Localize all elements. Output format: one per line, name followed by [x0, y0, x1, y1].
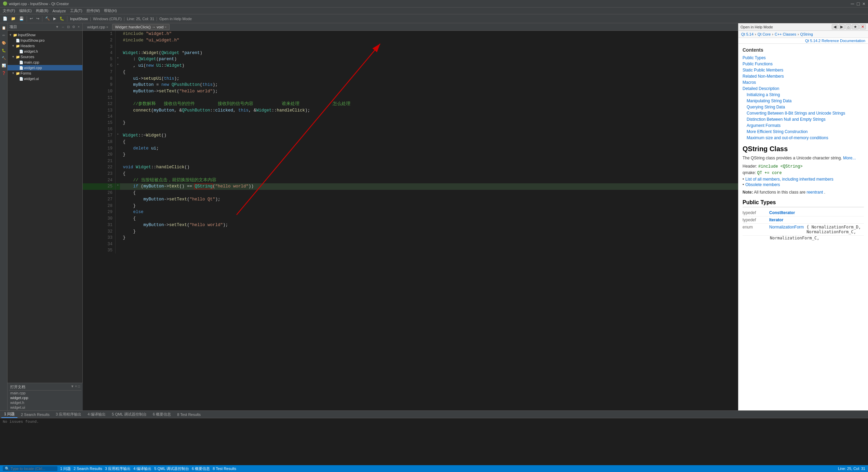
docs-home-btn[interactable]: ⌂: [845, 24, 851, 29]
toolbar-run[interactable]: ▶: [52, 16, 57, 22]
ref-doc-link[interactable]: Qt 5.14.2 Reference Documentation: [805, 39, 865, 43]
open-file-widget-ui[interactable]: widget.ui: [9, 405, 81, 410]
sidebar-edit-icon[interactable]: ✏: [1, 32, 7, 38]
toc-macros[interactable]: Macros: [743, 79, 864, 86]
toolbar-new[interactable]: 📄: [1, 16, 9, 22]
line-content-33: }: [120, 235, 738, 241]
toolbar-debug[interactable]: 🐛: [58, 16, 66, 22]
tree-item-inputshow[interactable]: ▼ 📁 InputShow: [8, 32, 82, 38]
fold-32: [115, 228, 120, 235]
breadcrumb-cpp-classes[interactable]: C++ Classes: [775, 32, 796, 36]
menu-file[interactable]: 文件(F): [3, 8, 15, 13]
toc-distinction[interactable]: Distinction Between Null and Empty Strin…: [743, 116, 864, 122]
docs-bookmark-btn[interactable]: ★: [852, 24, 859, 29]
breadcrumb-qtcore[interactable]: Qt Core: [758, 32, 771, 36]
docs-more-link[interactable]: More...: [843, 156, 856, 160]
bottom-tab-compile[interactable]: 4 编译输出: [85, 411, 108, 418]
locate-input[interactable]: [3, 466, 57, 471]
menu-controls[interactable]: 控件(W): [86, 8, 100, 13]
close-button[interactable]: ×: [863, 1, 865, 6]
bottom-tab-qml[interactable]: 5 QML 调试器控制台: [109, 411, 149, 418]
typename-iterator[interactable]: Iterator: [769, 218, 783, 222]
project-selector[interactable]: InputShow: [69, 17, 89, 21]
code-container[interactable]: 1 #include "widget.h" 2 #include "ui_wid…: [83, 31, 738, 410]
line-num-23: 23: [83, 171, 115, 177]
open-help-mode[interactable]: Open in Help Mode: [158, 17, 193, 21]
bottom-tab-search[interactable]: 2 Search Results: [18, 412, 52, 417]
open-file-widget-cpp[interactable]: widget.cpp: [9, 395, 81, 400]
reentrant-link[interactable]: reentrant: [806, 190, 823, 195]
line-content-16: [120, 126, 738, 132]
editor-area[interactable]: widget.cpp × Widget::handleClick() → voi…: [83, 23, 738, 410]
code-table: 1 #include "widget.h" 2 #include "ui_wid…: [83, 31, 738, 253]
fold-24: [115, 177, 120, 184]
line-num-15: 15: [83, 120, 115, 126]
tab-handle-click[interactable]: Widget::handleClick() → void ×: [112, 24, 170, 30]
toc-converting[interactable]: Converting Between 8-Bit Strings and Uni…: [743, 110, 864, 116]
all-members-link[interactable]: List of all members, including inherited…: [745, 177, 833, 182]
tree-item-widget-h[interactable]: 📄 widget.h: [8, 49, 82, 54]
toc-public-functions[interactable]: Public Functions: [743, 61, 864, 67]
tree-item-headers[interactable]: ▼ 📁 Headers: [8, 43, 82, 49]
toolbar-build[interactable]: 🔨: [44, 16, 51, 22]
toc-public-types[interactable]: Public Types: [743, 55, 864, 61]
sidebar-projects-icon[interactable]: 📋: [1, 25, 7, 31]
toc-querying[interactable]: Querying String Data: [743, 104, 864, 110]
toolbar-redo[interactable]: ↪: [35, 16, 41, 22]
tree-item-widget-ui[interactable]: 📄 widget.ui: [8, 76, 82, 81]
breadcrumb-qt[interactable]: Qt 5.14: [741, 32, 753, 36]
tree-item-sources[interactable]: ▼ 📁 Sources: [8, 54, 82, 60]
panel-close-btn[interactable]: ×: [77, 25, 80, 29]
qmake-label: qmake:: [743, 170, 757, 175]
bottom-tab-issues[interactable]: 1 问题: [1, 411, 17, 418]
toc-related-non-members[interactable]: Related Non-Members: [743, 73, 864, 79]
menu-help[interactable]: 帮助(H): [104, 8, 117, 13]
bottom-tab-summary[interactable]: 6 概要信息: [150, 411, 174, 418]
bottom-tab-test[interactable]: 8 Test Results: [174, 412, 203, 417]
panel-settings-btn[interactable]: ⚙: [71, 25, 76, 29]
panel-filter-btn[interactable]: ▼: [55, 25, 59, 29]
obsolete-link[interactable]: Obsolete members: [745, 182, 780, 187]
maximize-button[interactable]: □: [857, 1, 859, 6]
sidebar-debug-icon[interactable]: 🐛: [1, 47, 7, 53]
docs-close-btn[interactable]: ✕: [859, 24, 866, 29]
minimize-button[interactable]: ─: [851, 1, 854, 6]
open-file-widget-h[interactable]: widget.h: [9, 400, 81, 405]
menu-edit[interactable]: 编辑(E): [19, 8, 32, 13]
tree-item-inputshow-pro[interactable]: 📄 InputShow.pro: [8, 38, 82, 43]
panel-sync-btn[interactable]: ↔: [61, 25, 65, 29]
toc-efficient[interactable]: More Efficient String Construction: [743, 129, 864, 135]
breadcrumb-qstring[interactable]: QString: [800, 32, 813, 36]
toc-max-size[interactable]: Maximum size and out-of-memory condition…: [743, 135, 864, 141]
open-file-main-cpp[interactable]: main.cpp: [9, 391, 81, 395]
toolbar-open[interactable]: 📁: [10, 16, 17, 22]
line-content-14: [120, 114, 738, 120]
sidebar-help-icon[interactable]: ❓: [1, 70, 7, 76]
panel-collapse-btn[interactable]: ⊟: [66, 25, 70, 29]
tab-widget-cpp[interactable]: widget.cpp ×: [84, 24, 111, 30]
menu-analyze[interactable]: Analyze: [52, 9, 66, 13]
toc-initializing[interactable]: Initializing a String: [743, 92, 864, 98]
menu-build[interactable]: 构建(B): [36, 8, 49, 13]
tree-item-forms[interactable]: ▼ 📁 Forms: [8, 70, 82, 76]
typename-const-iterator[interactable]: ConstIterator: [769, 210, 795, 215]
sidebar-design-icon[interactable]: 🎨: [1, 40, 7, 46]
window-controls[interactable]: ─ □ ×: [851, 1, 865, 6]
toolbar-save[interactable]: 💾: [18, 16, 25, 22]
sidebar-build-icon[interactable]: 🔨: [1, 55, 7, 61]
toolbar-undo[interactable]: ↩: [28, 16, 34, 22]
toc-manipulating[interactable]: Manipulating String Data: [743, 98, 864, 104]
sidebar-analyze-icon[interactable]: 📊: [1, 62, 7, 68]
menu-tools[interactable]: 工具(T): [70, 8, 82, 13]
line-content-12: //参数解释 接收信号的控件 接收到的信号内容 谁来处理 怎么处理: [120, 101, 738, 107]
tree-item-main-cpp[interactable]: 📄 main.cpp: [8, 60, 82, 65]
docs-fwd-btn[interactable]: ▶: [839, 24, 845, 29]
toc-static-public-members[interactable]: Static Public Members: [743, 67, 864, 73]
docs-back-btn[interactable]: ◀: [832, 24, 838, 29]
toc-detailed-description[interactable]: Detailed Description: [743, 86, 864, 92]
tree-item-widget-cpp[interactable]: 📄 widget.cpp: [8, 65, 82, 70]
enum-normalization-name[interactable]: NormalizationForm: [769, 225, 804, 234]
bottom-tab-app-output[interactable]: 3 应用程序输出: [53, 411, 84, 418]
docs-open-mode[interactable]: Open in Help Mode: [740, 25, 773, 29]
toc-argument-formats[interactable]: Argument Formats: [743, 122, 864, 129]
